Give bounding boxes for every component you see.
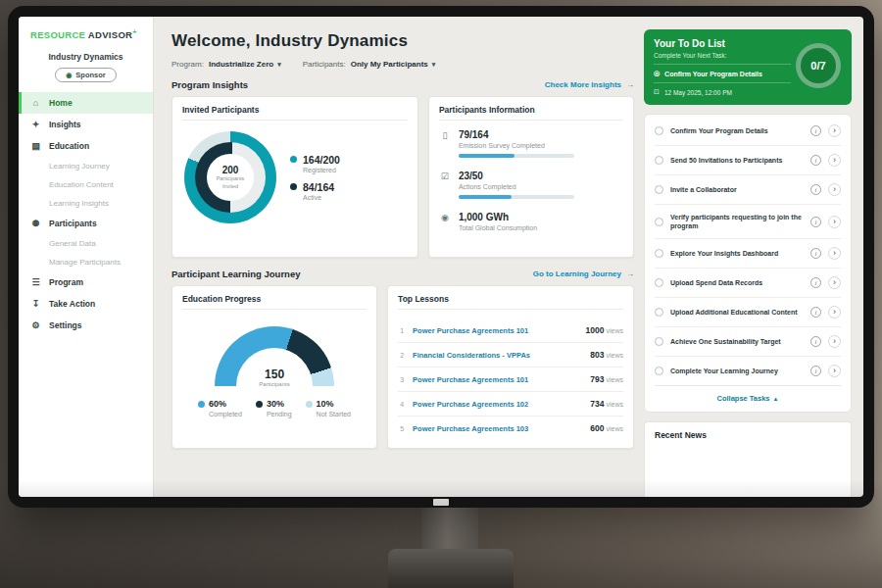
- go-to-learning-journey-link[interactable]: Go to Learning Journey →: [533, 270, 634, 278]
- stat-label: Actions Completed: [459, 183, 574, 190]
- link-label: Check More Insights: [545, 80, 621, 89]
- legend-value: 84/164: [303, 181, 334, 193]
- lesson-row: 3 Power Purchase Agreements 101 793views: [398, 368, 623, 392]
- task-label: Upload Spend Data Records: [670, 278, 804, 287]
- chevron-right-icon[interactable]: ›: [828, 306, 841, 318]
- logo-plus: +: [132, 28, 136, 35]
- lesson-link[interactable]: Power Purchase Agreements 101: [413, 326, 578, 335]
- chevron-right-icon[interactable]: ›: [828, 365, 841, 377]
- task-checkbox[interactable]: [655, 337, 663, 346]
- legend-label: Active: [303, 194, 334, 201]
- program-select[interactable]: Industrialize Zero ▾: [209, 60, 281, 69]
- task-label: Achieve One Sustainability Target: [670, 337, 804, 346]
- logo-advisor: ADVISOR: [88, 29, 132, 40]
- card-title: Education Progress: [182, 294, 367, 310]
- info-icon[interactable]: i: [810, 248, 821, 259]
- info-icon[interactable]: i: [810, 217, 821, 227]
- task-checkbox[interactable]: [655, 249, 663, 258]
- task-checkbox[interactable]: [655, 367, 663, 375]
- donut-center-label: Participants Invited: [211, 175, 250, 189]
- education-gauge-chart: 150 Participants: [215, 326, 334, 387]
- section-title: Participant Learning Journey: [172, 269, 300, 279]
- info-icon[interactable]: i: [810, 155, 821, 166]
- sidebar-item-learning-insights[interactable]: Learning Insights: [19, 194, 153, 213]
- info-icon[interactable]: i: [810, 184, 821, 195]
- lesson-link[interactable]: Financial Considerations - VPPAs: [413, 351, 583, 360]
- task-item[interactable]: Explore Your Insights Dashboard i ›: [655, 239, 841, 269]
- progress-bar: [459, 195, 574, 199]
- collapse-tasks-link[interactable]: Collapse Tasks▲: [655, 386, 841, 406]
- actions-icon: ☑: [439, 172, 451, 199]
- legend-completed: 60% Completed: [198, 399, 242, 417]
- legend-active: 84/164 Active: [290, 181, 340, 201]
- lesson-row: 1 Power Purchase Agreements 101 1000view…: [398, 318, 623, 343]
- sponsor-badge[interactable]: ◉ Sponsor: [55, 68, 117, 82]
- lesson-link[interactable]: Power Purchase Agreements 103: [413, 424, 583, 433]
- task-checkbox[interactable]: [655, 185, 663, 194]
- recent-news-header[interactable]: Recent News: [644, 421, 852, 497]
- lesson-row: 4 Power Purchase Agreements 102 734views: [398, 392, 623, 416]
- task-item[interactable]: Upload Spend Data Records i ›: [655, 269, 841, 298]
- program-select-value: Industrialize Zero: [209, 60, 273, 69]
- task-checkbox[interactable]: [655, 126, 663, 135]
- legend-dot-blue: [198, 401, 205, 408]
- task-item[interactable]: Confirm Your Program Details i ›: [655, 117, 841, 146]
- sidebar-item-take-action[interactable]: ↧ Take Action: [19, 293, 153, 315]
- chevron-right-icon[interactable]: ›: [828, 154, 841, 167]
- task-item[interactable]: Verify participants requesting to join t…: [655, 205, 841, 239]
- todo-next-task[interactable]: ◎ Confirm Your Program Details: [654, 64, 791, 82]
- chevron-right-icon[interactable]: ›: [828, 124, 841, 137]
- participants-select[interactable]: Only My Participants ▾: [351, 60, 436, 69]
- link-label: Go to Learning Journey: [533, 270, 621, 278]
- chevron-down-icon: ▾: [277, 61, 281, 69]
- sidebar-item-education[interactable]: ▤ Education: [19, 135, 153, 157]
- task-item[interactable]: Upload Additional Educational Content i …: [655, 298, 841, 327]
- check-more-insights-link[interactable]: Check More Insights →: [545, 80, 634, 89]
- task-label: Verify participants requesting to join t…: [670, 213, 804, 230]
- info-icon[interactable]: i: [810, 336, 821, 347]
- lesson-views: 600views: [590, 423, 623, 433]
- sidebar-item-general-data[interactable]: General Data: [19, 234, 153, 253]
- info-icon[interactable]: i: [810, 277, 821, 288]
- info-icon[interactable]: i: [810, 366, 821, 376]
- task-checkbox[interactable]: [655, 278, 663, 287]
- lesson-rank: 1: [398, 327, 406, 334]
- progress-bar: [459, 154, 574, 158]
- task-checkbox[interactable]: [655, 156, 663, 165]
- recent-news-title: Recent News: [655, 430, 707, 440]
- sidebar-item-label: Home: [49, 98, 73, 108]
- lesson-link[interactable]: Power Purchase Agreements 102: [413, 400, 583, 409]
- info-icon[interactable]: i: [810, 125, 821, 136]
- participants-filter: Participants: Only My Participants ▾: [303, 60, 436, 69]
- legend-label: Registered: [303, 167, 340, 173]
- sidebar-item-insights[interactable]: ✦ Insights: [19, 114, 153, 135]
- sidebar-item-manage-participants[interactable]: Manage Participants: [19, 253, 153, 271]
- sidebar-item-participants[interactable]: ⚉ Participants: [19, 213, 153, 234]
- chevron-right-icon[interactable]: ›: [828, 247, 841, 260]
- chevron-right-icon[interactable]: ›: [828, 276, 841, 289]
- task-item[interactable]: Complete Your Learning Journey i ›: [655, 357, 841, 386]
- todo-progress-ring: 0/7: [796, 43, 841, 88]
- chevron-right-icon[interactable]: ›: [828, 183, 841, 196]
- sidebar-item-education-content[interactable]: Education Content: [19, 175, 153, 194]
- lesson-link[interactable]: Power Purchase Agreements 101: [413, 375, 583, 384]
- chevron-right-icon[interactable]: ›: [828, 335, 841, 348]
- task-checkbox[interactable]: [655, 308, 663, 317]
- chevron-right-icon[interactable]: ›: [828, 216, 841, 228]
- task-item[interactable]: Invite a Collaborator i ›: [655, 175, 841, 205]
- info-icon[interactable]: i: [810, 307, 821, 318]
- task-label: Explore Your Insights Dashboard: [670, 249, 804, 258]
- sidebar-item-program[interactable]: ☰ Program: [19, 271, 153, 293]
- top-lessons-card: Top Lessons 1 Power Purchase Agreements …: [387, 285, 634, 449]
- sidebar-item-label: Insights: [49, 120, 81, 129]
- lesson-rank: 4: [398, 401, 406, 408]
- sidebar-item-label: Program: [49, 277, 83, 287]
- task-item[interactable]: Achieve One Sustainability Target i ›: [655, 327, 841, 357]
- sidebar-item-home[interactable]: ⌂ Home: [19, 92, 153, 114]
- legend-dot-navy: [290, 183, 297, 190]
- task-checkbox[interactable]: [655, 218, 663, 226]
- task-item[interactable]: Send 50 Invitations to Participants i ›: [655, 146, 841, 175]
- sidebar-item-settings[interactable]: ⚙ Settings: [19, 315, 153, 336]
- todo-panel: Your To Do List Complete Your Next Task:…: [644, 17, 863, 497]
- sidebar-item-learning-journey[interactable]: Learning Journey: [19, 157, 153, 175]
